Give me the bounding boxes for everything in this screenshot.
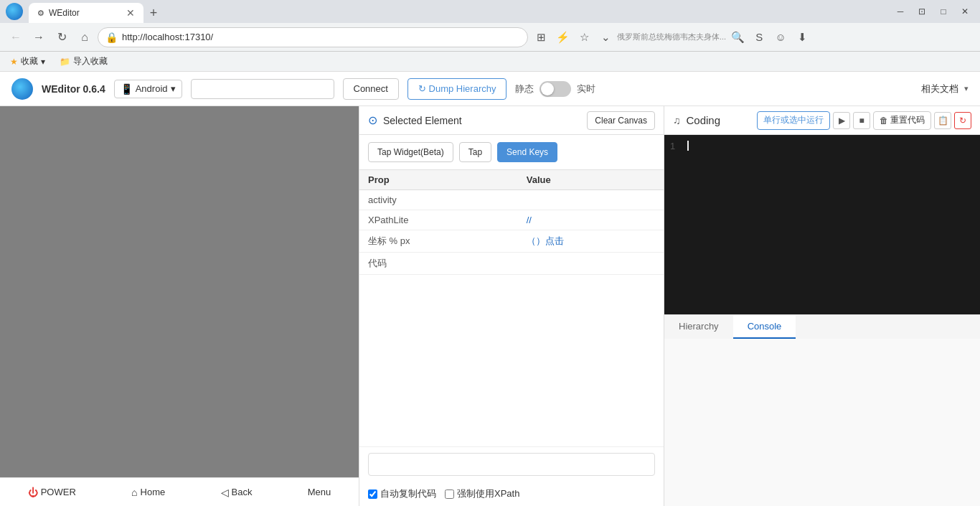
title-bar-left: ⚙ WEditor ✕ +	[6, 0, 885, 23]
tab-close-button[interactable]: ✕	[126, 7, 135, 19]
emoji-icon[interactable]: ☺	[771, 27, 791, 47]
refresh-icon: ↻	[418, 83, 426, 94]
bookmark-arrow: ▾	[41, 57, 45, 67]
prop-coords: 坐标 % px	[359, 230, 518, 253]
realtime-toggle[interactable]	[540, 81, 571, 97]
back-button[interactable]: ←	[6, 27, 26, 47]
browser-logo	[6, 3, 23, 20]
menu-label: Menu	[308, 487, 331, 497]
bookmark-label: 收藏	[21, 55, 38, 67]
checkbox-row: 自动复制代码 强制使用XPath	[359, 482, 664, 506]
copy-code-button[interactable]: 📋	[934, 112, 951, 129]
star-icon[interactable]: ☆	[574, 27, 594, 47]
bookmark-favorites[interactable]: ★ 收藏 ▾	[6, 54, 50, 69]
bottom-tabs: Hierarchy Console	[664, 314, 980, 339]
home-button[interactable]: ⌂ Home	[123, 482, 174, 502]
device-selector[interactable]: 📱 Android ▾	[114, 80, 182, 98]
auto-copy-checkbox[interactable]	[368, 489, 377, 499]
security-icon: 🔒	[105, 32, 118, 43]
maximize-button[interactable]: ⊡	[913, 4, 931, 19]
reset-code-button[interactable]: 🗑 重置代码	[873, 111, 931, 130]
star-icon: ★	[10, 57, 18, 67]
run-selected-button[interactable]: 单行或选中运行	[757, 111, 830, 130]
home-button[interactable]: ⌂	[75, 27, 95, 47]
back-device-button[interactable]: ◁ Back	[212, 482, 261, 502]
window-controls: ─ ⊡ □ ✕	[891, 4, 974, 19]
play-button[interactable]: ▶	[833, 112, 850, 129]
browser-menu-icon[interactable]: ⬇	[792, 27, 812, 47]
back-icon: ◁	[221, 487, 229, 498]
send-keys-button[interactable]: Send Keys	[497, 142, 557, 162]
console-area	[664, 339, 980, 507]
table-row: 坐标 % px （）点击	[359, 230, 664, 253]
auto-copy-checkbox-item[interactable]: 自动复制代码	[368, 487, 436, 500]
refresh-button[interactable]: ↻	[52, 27, 72, 47]
force-xpath-checkbox-item[interactable]: 强制使用XPath	[445, 487, 519, 500]
value-xpathlite: //	[518, 210, 664, 230]
inspector-panel: ⊙ Selected Element Clear Canvas Tap Widg…	[359, 106, 664, 506]
android-icon: 📱	[121, 83, 133, 95]
stop-button[interactable]: ■	[853, 112, 870, 129]
value-coords: （）点击	[518, 230, 664, 253]
power-button[interactable]: ⏻ POWER	[19, 482, 85, 502]
force-xpath-label: 强制使用XPath	[457, 487, 519, 500]
coding-toolbar: 单行或选中运行 ▶ ■ 🗑 重置代码 📋 ↻	[757, 111, 971, 130]
device-label: Android	[136, 83, 168, 94]
prop-code: 代码	[359, 253, 518, 275]
selected-element-label: Selected Element	[383, 115, 581, 126]
address-bar[interactable]: 🔒 http://localhost:17310/	[98, 27, 528, 47]
code-input[interactable]	[368, 453, 655, 476]
refresh-code-button[interactable]: ↻	[954, 112, 971, 129]
folder-icon: 📁	[60, 57, 70, 67]
address-text: http://localhost:17310/	[122, 32, 520, 42]
forward-button[interactable]: →	[29, 27, 49, 47]
minimize-button[interactable]: ─	[891, 4, 910, 19]
tab-strip: ⚙ WEditor ✕ +	[29, 0, 164, 23]
nav-right: ⊞ ⚡ ☆ ⌄ 俄罗斯前总统梅德韦杰夫身体... 🔍 S ☺ ⬇	[531, 27, 812, 47]
prop-xpathlite: XPathLite	[359, 210, 518, 230]
realtime-toggle-group: 静态 实时	[515, 81, 595, 97]
text-cursor	[687, 141, 689, 151]
dump-hierarchy-button[interactable]: ↻ Dump Hierarchy	[407, 78, 507, 100]
app-toolbar: WEditor 0.6.4 📱 Android ▾ Connect ↻ Dump…	[0, 72, 980, 106]
close-button[interactable]: ✕	[956, 4, 974, 19]
force-xpath-checkbox[interactable]	[445, 489, 454, 499]
auto-copy-label: 自动复制代码	[380, 487, 436, 500]
app-logo-icon	[11, 78, 33, 100]
menu-button[interactable]: Menu	[299, 482, 340, 502]
music-icon: ♫	[673, 115, 681, 126]
table-row: 代码	[359, 253, 664, 275]
home-icon: ⌂	[131, 487, 137, 498]
bookmarks-icon[interactable]: ⊞	[531, 27, 551, 47]
bookmarks-bar: ★ 收藏 ▾ 📁 导入收藏	[0, 52, 980, 72]
title-bar: ⚙ WEditor ✕ + ─ ⊡ □ ✕	[0, 0, 980, 23]
extensions-icon[interactable]: ⚡	[552, 27, 573, 47]
related-docs-link[interactable]: 相关文档	[921, 83, 958, 95]
line-numbers: 1	[670, 141, 687, 309]
tap-button[interactable]: Tap	[459, 142, 491, 162]
inspector-header: ⊙ Selected Element Clear Canvas	[359, 106, 664, 135]
code-content	[687, 141, 974, 309]
tab-hierarchy[interactable]: Hierarchy	[664, 315, 733, 339]
connect-button[interactable]: Connect	[343, 78, 399, 100]
prop-activity: activity	[359, 190, 518, 210]
device-address-input[interactable]	[191, 79, 334, 99]
clear-canvas-button[interactable]: Clear Canvas	[587, 111, 655, 130]
profile-icon[interactable]: S	[749, 27, 769, 47]
tap-widget-button[interactable]: Tap Widget(Beta)	[368, 142, 453, 162]
prop-column-header: Prop	[359, 170, 518, 190]
device-screen[interactable]	[0, 106, 359, 477]
table-row: XPathLite //	[359, 210, 664, 230]
code-editor[interactable]: 1	[664, 135, 980, 314]
props-table: Prop Value activity XPathLite //	[359, 170, 664, 446]
bookmark-import[interactable]: 📁 导入收藏	[55, 54, 112, 69]
back-label: Back	[232, 487, 253, 497]
restore-button[interactable]: □	[934, 4, 953, 19]
new-tab-button[interactable]: +	[143, 3, 164, 23]
search-button[interactable]: 🔍	[727, 27, 748, 47]
downloads-icon[interactable]: ⌄	[595, 27, 616, 47]
browser-tab[interactable]: ⚙ WEditor ✕	[29, 3, 143, 23]
app-logo	[11, 78, 33, 100]
tab-console[interactable]: Console	[733, 315, 796, 339]
app-name: WEditor	[42, 83, 80, 95]
